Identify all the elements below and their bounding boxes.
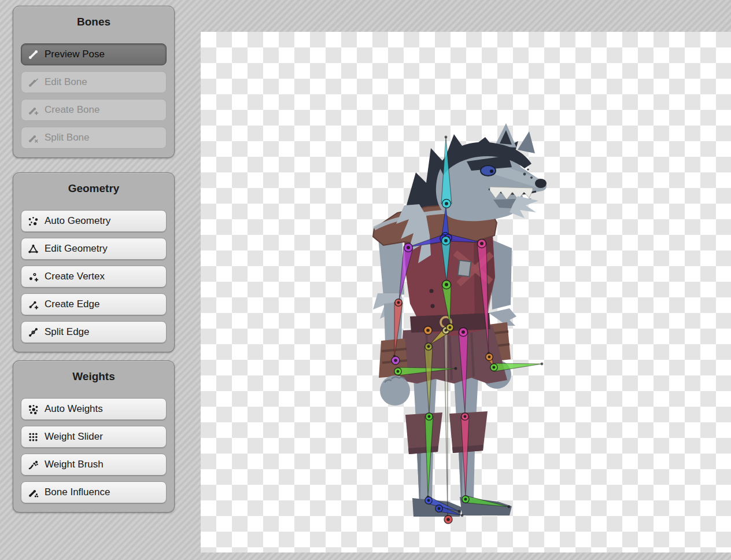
weight-brush-icon	[27, 459, 39, 471]
preview-pose-button[interactable]: Preview Pose	[21, 43, 167, 65]
bone-joint[interactable]	[462, 496, 469, 503]
button-label: Weight Brush	[45, 459, 104, 470]
edit-geometry-button[interactable]: Edit Geometry	[21, 238, 167, 260]
bone-joint[interactable]	[435, 505, 442, 512]
create-edge-icon	[27, 299, 39, 311]
button-label: Auto Geometry	[45, 215, 110, 227]
bone-joint[interactable]	[394, 368, 401, 375]
button-label: Weight Slider	[45, 431, 103, 443]
panel-geometry: GeometryAuto GeometryEdit GeometryCreate…	[13, 172, 175, 352]
bone-influence-button[interactable]: Bone Influence	[21, 481, 167, 503]
button-label: Edit Geometry	[45, 243, 108, 255]
bone-joint[interactable]	[392, 356, 400, 364]
button-label: Split Edge	[45, 326, 90, 338]
sprite-canvas[interactable]	[201, 32, 731, 552]
bone-joint[interactable]	[478, 240, 486, 248]
create-bone-icon	[27, 104, 39, 116]
bone-joint[interactable]	[486, 353, 493, 360]
bone-joint[interactable]	[462, 413, 468, 420]
canvas-svg	[201, 32, 731, 552]
split-edge-icon	[27, 326, 39, 338]
bone-joint[interactable]	[490, 364, 497, 371]
bone-influence-icon	[27, 487, 39, 499]
panel-title-bones: Bones	[21, 16, 167, 28]
panel-weights: WeightsAuto WeightsWeight SliderWeight B…	[13, 360, 175, 513]
weight-brush-button[interactable]: Weight Brush	[21, 454, 167, 476]
panel-bones: BonesPreview PoseEdit BoneCreate BoneSpl…	[13, 6, 175, 158]
bone-joint[interactable]	[442, 237, 451, 245]
bone-joint[interactable]	[425, 497, 432, 504]
skinning-editor-window: BonesPreview PoseEdit BoneCreate BoneSpl…	[0, 0, 731, 560]
bone-joint[interactable]	[425, 343, 432, 350]
button-label: Bone Influence	[45, 487, 110, 498]
auto-weights-icon	[27, 403, 39, 415]
bone-joint[interactable]	[446, 324, 453, 331]
button-label: Auto Weights	[45, 403, 103, 415]
bone-joint[interactable]	[444, 515, 452, 524]
tool-sidebar: BonesPreview PoseEdit BoneCreate BoneSpl…	[0, 0, 201, 560]
edit-bone-icon	[27, 76, 39, 89]
button-label: Edit Bone	[45, 76, 87, 88]
create-vertex-button[interactable]: Create Vertex	[21, 266, 167, 288]
weight-slider-button[interactable]: Weight Slider	[21, 426, 167, 448]
bone-joint[interactable]	[442, 281, 451, 289]
panel-title-weights: Weights	[21, 370, 167, 383]
bone-joint[interactable]	[442, 200, 451, 208]
bone-hand-right[interactable]	[493, 363, 543, 371]
bone-joint[interactable]	[395, 299, 402, 306]
button-label: Split Bone	[45, 132, 90, 143]
weight-slider-icon	[27, 431, 39, 443]
auto-geometry-icon	[27, 215, 39, 227]
split-bone-button[interactable]: Split Bone	[21, 127, 167, 149]
button-label: Create Vertex	[45, 271, 105, 282]
split-bone-icon	[27, 132, 39, 144]
preview-pose-icon	[27, 49, 39, 61]
create-edge-button[interactable]: Create Edge	[21, 293, 167, 315]
auto-weights-button[interactable]: Auto Weights	[21, 398, 167, 420]
button-label: Preview Pose	[45, 49, 105, 60]
split-edge-button[interactable]: Split Edge	[21, 321, 167, 343]
button-label: Create Bone	[45, 104, 99, 116]
panel-title-geometry: Geometry	[21, 182, 167, 195]
bone-joint[interactable]	[404, 244, 413, 252]
edit-bone-button[interactable]: Edit Bone	[21, 71, 167, 93]
create-bone-button[interactable]: Create Bone	[21, 99, 167, 121]
button-label: Create Edge	[45, 299, 99, 310]
edit-geometry-icon	[27, 243, 39, 255]
create-vertex-icon	[27, 271, 39, 283]
bone-joint[interactable]	[426, 413, 433, 420]
bone-joint[interactable]	[424, 326, 432, 334]
bone-joint[interactable]	[459, 328, 468, 337]
auto-geometry-button[interactable]: Auto Geometry	[21, 210, 167, 232]
